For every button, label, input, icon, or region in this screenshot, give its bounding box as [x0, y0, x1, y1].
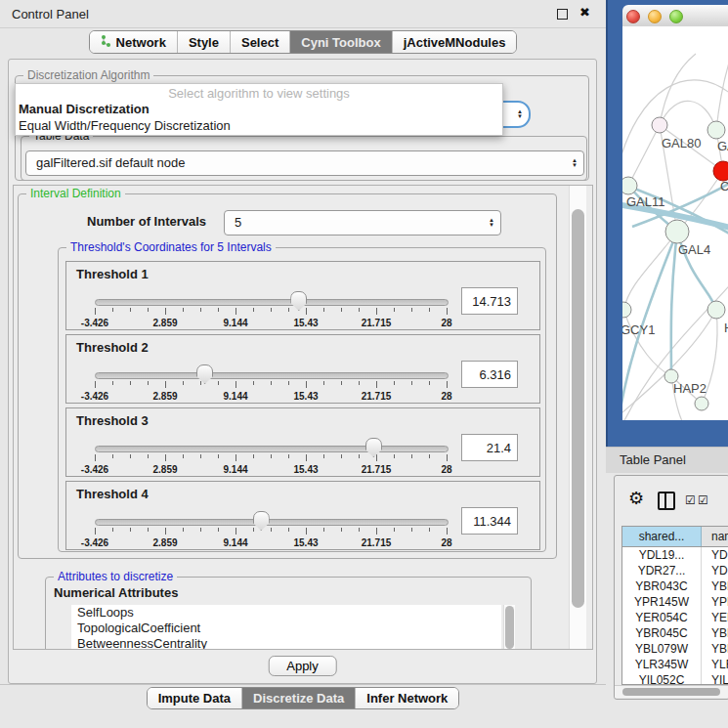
threshold-slider[interactable]: -3.4262.8599.14415.4321.71528	[92, 363, 450, 400]
tab-label: Discretize Data	[253, 691, 344, 706]
network-node[interactable]	[622, 302, 631, 318]
slider-major-tick	[376, 308, 377, 315]
slider-tick-label: 15.43	[293, 318, 318, 328]
column-header-shared[interactable]: shared...	[622, 527, 702, 546]
tab-network[interactable]: Network	[90, 31, 178, 53]
tab-jactivemnodules[interactable]: jActiveMNodules	[393, 31, 517, 53]
panel-vertical-scrollbar[interactable]	[569, 186, 586, 649]
table-panel-title: Table Panel	[620, 452, 686, 467]
network-node[interactable]	[713, 161, 728, 181]
slider-thumb[interactable]	[365, 438, 382, 457]
slider-thumb[interactable]	[290, 291, 307, 311]
table-row[interactable]: YPR145WYPR1	[622, 594, 728, 610]
tab-cyni-toolbox[interactable]: Cyni Toolbox	[290, 31, 392, 53]
slider-minor-tick	[411, 528, 412, 532]
network-node[interactable]	[695, 397, 708, 410]
slider-major-tick	[95, 528, 96, 535]
tab-discretize-data[interactable]: Discretize Data	[242, 688, 356, 708]
slider-track[interactable]	[95, 299, 449, 306]
tab-infer-network[interactable]: Infer Network	[356, 688, 458, 708]
cell-shared-name: YLR345W	[622, 657, 702, 672]
slider-track[interactable]	[95, 519, 449, 526]
slider-minor-tick	[411, 381, 412, 385]
threshold-value-field[interactable]: 11.344	[461, 507, 518, 535]
threshold-slider[interactable]: -3.4262.8599.14415.4321.71528	[92, 509, 450, 546]
attribute-list-item[interactable]: TopologicalCoefficient	[71, 621, 501, 636]
slider-minor-tick	[148, 454, 149, 458]
apply-button[interactable]: Apply	[268, 656, 337, 676]
cell-name: YIL0	[702, 672, 728, 685]
table-row[interactable]: YBL079WYBL0	[622, 641, 728, 657]
table-row[interactable]: YLR345WYLR3	[622, 657, 728, 672]
cell-name: YDL1	[702, 547, 728, 563]
slider-track[interactable]	[95, 372, 449, 379]
slider-track[interactable]	[95, 446, 449, 452]
tab-select[interactable]: Select	[231, 31, 290, 53]
slider-minor-tick	[394, 528, 395, 532]
threshold-value-field[interactable]: 14.713	[461, 287, 518, 315]
network-node[interactable]	[707, 301, 725, 319]
table-row[interactable]: YDR27...YDR2	[622, 563, 728, 578]
table-row[interactable]: YBR043CYBR0	[622, 578, 728, 594]
maximize-traffic-light-icon[interactable]	[669, 10, 683, 23]
split-table-icon[interactable]	[658, 492, 675, 510]
numerical-attributes-label: Numerical Attributes	[54, 585, 178, 600]
float-window-icon[interactable]	[557, 9, 568, 20]
table-horizontal-scrollbar[interactable]	[615, 685, 728, 698]
slider-minor-tick	[183, 381, 184, 385]
top-tab-bar: NetworkStyleSelectCyni ToolboxjActiveMNo…	[0, 30, 606, 54]
tab-label: Select	[241, 35, 278, 50]
network-canvas[interactable]: GAL80GACGAL11GAL4GCY1HHAP2	[622, 26, 728, 420]
close-icon[interactable]: ✖	[579, 5, 590, 20]
slider-minor-tick	[253, 381, 254, 385]
threshold-value-field[interactable]: 6.316	[461, 361, 518, 388]
slider-major-tick	[95, 308, 96, 315]
network-view-window: GAL80GACGAL11GAL4GCY1HHAP2	[606, 0, 728, 447]
checkbox-icon[interactable]: ☑	[698, 493, 708, 507]
network-node[interactable]	[622, 177, 637, 194]
threshold-slider[interactable]: -3.4262.8599.14415.4321.71528	[92, 289, 450, 326]
network-node[interactable]	[665, 220, 689, 243]
network-node[interactable]	[652, 117, 667, 133]
table-row[interactable]: YDL19...YDL1	[622, 547, 728, 563]
network-node[interactable]	[707, 121, 725, 139]
checkbox-icon[interactable]: ☑	[685, 493, 696, 507]
tab-impute-data[interactable]: Impute Data	[148, 688, 242, 708]
tab-style[interactable]: Style	[178, 31, 231, 53]
column-header-name[interactable]: name	[702, 527, 728, 546]
table-data-group: Table Data galFiltered.sif default node …	[21, 136, 587, 181]
threshold-label: Threshold 4	[76, 487, 149, 501]
attributes-list-scrollbar[interactable]	[503, 605, 515, 650]
slider-major-tick	[376, 454, 377, 461]
threshold-slider[interactable]: -3.4262.8599.14415.4321.71528	[92, 436, 450, 473]
attribute-list-item[interactable]: BetweennessCentrality	[71, 636, 501, 650]
attribute-list-item[interactable]: SelfLoops	[71, 605, 501, 621]
slider-minor-tick	[112, 381, 113, 385]
node-table[interactable]: shared... name YDL19...YDL1YDR27...YDR2Y…	[621, 526, 728, 685]
minimize-traffic-light-icon[interactable]	[648, 10, 662, 23]
group-title: Attributes to discretize	[54, 570, 177, 583]
attributes-list[interactable]: SelfLoopsTopologicalCoefficientBetweenne…	[71, 605, 501, 650]
table-row[interactable]: YER054CYER0	[622, 610, 728, 625]
num-intervals-spinner[interactable]: 5 ▲▼	[224, 210, 501, 236]
dropdown-option[interactable]: Manual Discretization	[16, 101, 502, 117]
gear-icon[interactable]: ⚙	[628, 488, 644, 509]
slider-thumb[interactable]	[253, 511, 270, 531]
slider-major-tick	[306, 308, 307, 315]
slider-minor-tick	[288, 308, 289, 312]
table-row[interactable]: YIL052CYIL0	[622, 672, 728, 685]
slider-major-tick	[236, 528, 236, 535]
network-icon	[101, 34, 111, 50]
threshold-value-field[interactable]: 21.4	[461, 434, 518, 461]
slider-tick-label: 9.144	[223, 318, 247, 328]
threshold-label: Threshold 2	[76, 340, 149, 355]
dropdown-option[interactable]: Equal Width/Frequency Discretization	[16, 117, 502, 134]
table-row[interactable]: YBR045CYBR0	[622, 625, 728, 641]
control-panel-titlebar: Control Panel ✖	[0, 0, 606, 28]
slider-minor-tick	[183, 528, 184, 532]
close-traffic-light-icon[interactable]	[626, 10, 640, 23]
slider-thumb[interactable]	[196, 364, 213, 384]
slider-tick-label: 2.859	[152, 464, 177, 475]
table-data-combobox[interactable]: galFiltered.sif default node ▲▼	[25, 150, 584, 176]
slider-tick-label: 9.144	[223, 537, 247, 548]
